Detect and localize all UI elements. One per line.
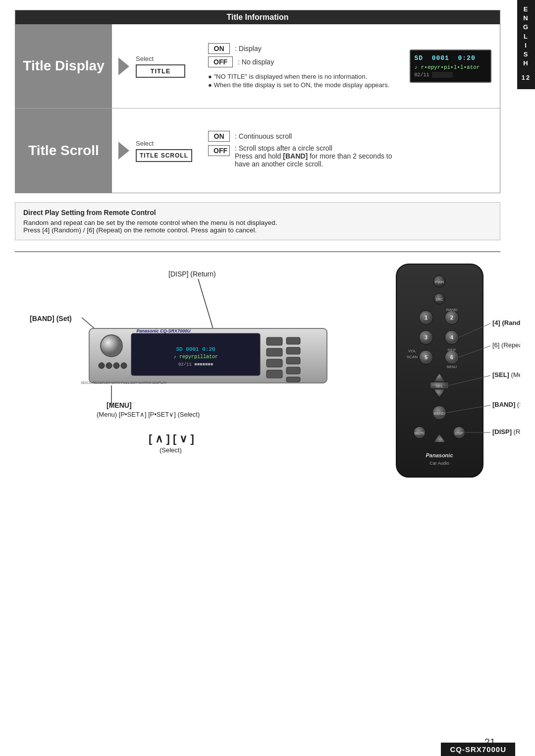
svg-text:[BAND] (Set): [BAND] (Set) [492, 401, 520, 408]
svg-text:SEL: SEL [435, 384, 443, 388]
svg-text:1: 1 [425, 315, 428, 321]
svg-text:[4] (Random): [4] (Random) [492, 319, 520, 326]
svg-text:[MENU]: [MENU] [107, 401, 132, 409]
title-display-note1: "NO TITLE" is displayed when there is no… [208, 73, 393, 80]
title-display-note2: When the title display is set to ON, the… [208, 81, 393, 89]
svg-point-6 [99, 363, 105, 369]
title-display-select-col: Select TITLE [136, 24, 200, 108]
title-display-off-desc: : No display [238, 58, 274, 66]
svg-text:BAND: BAND [434, 411, 445, 416]
title-display-label-box: Title Display [15, 24, 112, 108]
svg-text:02/11 ■■■■■■■: 02/11 ■■■■■■■ [178, 362, 213, 367]
svg-text:[ ∧ ] [ ∨ ]: [ ∧ ] [ ∨ ] [149, 432, 194, 445]
title-scroll-row: Title Scroll Select TITLE SCROLL ON : Co… [15, 108, 500, 193]
title-scroll-off-box: OFF [208, 145, 230, 156]
display-mockup: SD 0001 0:20 ♪ r•epyr•pi•l•l•ator 02/11 … [410, 50, 491, 83]
title-scroll-select-box: TITLE SCROLL [136, 149, 192, 162]
svg-point-5 [101, 335, 122, 357]
title-scroll-on-row: ON : Continuous scroll [208, 131, 393, 142]
title-display-arrow [112, 24, 136, 108]
svg-text:SD  0001  0:20: SD 0001 0:20 [176, 346, 215, 352]
svg-point-9 [121, 363, 127, 369]
main-content: Title Information Title Display Select T… [0, 0, 515, 596]
svg-text:Panasonic: Panasonic [426, 452, 453, 458]
title-scroll-select-label: Select [136, 140, 154, 147]
title-display-notes: "NO TITLE" is displayed when there is no… [208, 73, 393, 90]
svg-text:PWR: PWR [435, 280, 444, 284]
svg-text:MENU: MENU [447, 365, 457, 369]
svg-rect-23 [286, 377, 300, 382]
title-display-options: ON : Display OFF : No display "NO TITLE"… [200, 24, 401, 108]
svg-text:(Menu)  [P•SET∧] [P•SET∨] (Sel: (Menu) [P•SET∧] [P•SET∨] (Select) [97, 411, 200, 418]
title-display-row: Title Display Select TITLE ON : Display … [15, 24, 500, 108]
title-display-on-row: ON : Display [208, 43, 393, 54]
display-line3: 02/11 ░░░░░░░ [415, 71, 486, 79]
title-display-off-box: OFF [208, 56, 233, 67]
title-info-header: Title Information [15, 10, 500, 24]
title-scroll-off-desc-block: : Scroll stops after a circle scroll Pre… [235, 144, 393, 168]
svg-text:2: 2 [450, 315, 453, 321]
display-mockup-col: SD 0001 0:20 ♪ r•epyr•pi•l•l•ator 02/11 … [401, 24, 500, 108]
section-divider [15, 251, 500, 252]
title-display-select-box: TITLE [136, 64, 185, 78]
direct-play-line1: Random and repeat can be set by the remo… [23, 219, 492, 226]
svg-text:VOL: VOL [408, 349, 417, 353]
svg-text:3: 3 [425, 334, 428, 340]
stereo-svg-diagram: [BAND] (Set) [DISP] (Return) [25, 259, 372, 556]
display-line1: SD 0001 0:20 [415, 54, 486, 63]
title-scroll-select-col: Select TITLE SCROLL [136, 108, 200, 193]
svg-text:[SEL] (Menu): [SEL] (Menu) [492, 371, 520, 378]
svg-rect-18 [267, 370, 282, 378]
svg-text:SCAN: SCAN [407, 355, 418, 359]
direct-play-title: Direct Play Setting from Remote Control [23, 209, 492, 216]
svg-text:[6] (Repeat): [6] (Repeat) [492, 341, 520, 349]
display-line2: ♪ r•epyr•pi•l•l•ator [415, 63, 486, 72]
svg-rect-15 [267, 337, 282, 345]
direct-play-line2: Press [4] (Random) / [6] (Repeat) on the… [23, 226, 492, 234]
arrow-right-icon [118, 57, 129, 75]
product-name-bar: CQ-SRX7000U [441, 743, 515, 756]
direct-play-box: Direct Play Setting from Remote Control … [15, 202, 500, 240]
title-info-body: Title Display Select TITLE ON : Display … [15, 24, 500, 193]
svg-rect-16 [267, 348, 282, 356]
title-display-on-desc: : Display [235, 45, 262, 53]
arrow-right-icon-2 [118, 142, 129, 160]
language-number: 12 [522, 74, 531, 81]
svg-point-7 [106, 363, 112, 369]
remote-section: PWR SRC 1 2 RAND 3 [372, 259, 510, 528]
title-scroll-off-row: OFF : Scroll stops after a circle scroll… [208, 144, 393, 168]
left-diagram: [BAND] (Set) [DISP] (Return) [25, 259, 372, 556]
title-display-label: Title Display [23, 58, 104, 74]
svg-text:4: 4 [450, 334, 454, 340]
svg-rect-21 [286, 357, 300, 364]
svg-text:[DISP] (Return): [DISP] (Return) [168, 270, 216, 278]
svg-rect-19 [286, 337, 300, 344]
title-scroll-img-placeholder [401, 108, 500, 193]
title-scroll-label-box: Title Scroll [15, 108, 112, 193]
title-scroll-note: Press and hold [BAND] for more than 2 se… [235, 152, 392, 168]
svg-line-3 [198, 279, 213, 328]
svg-text:Panasonic  CQ-SRX7000U: Panasonic CQ-SRX7000U [136, 328, 191, 333]
title-display-select-label: Select [136, 55, 154, 62]
svg-text:MUTE: MUTE [415, 432, 425, 435]
title-scroll-on-box: ON [208, 131, 230, 142]
svg-text:REP: REP [448, 348, 456, 352]
svg-rect-20 [286, 347, 300, 354]
svg-text:SD/CD RECEIVER WITH FULL DOT M: SD/CD RECEIVER WITH FULL DOT MATRIX DISP… [81, 381, 167, 384]
svg-text:[BAND] (Set): [BAND] (Set) [30, 315, 72, 323]
bottom-controls-area: [BAND] (Set) [DISP] (Return) [15, 259, 500, 586]
title-scroll-arrow [112, 108, 136, 193]
svg-text:DISP: DISP [455, 432, 464, 435]
svg-text:6: 6 [450, 354, 453, 360]
title-scroll-on-desc: : Continuous scroll [235, 132, 292, 140]
svg-rect-17 [267, 359, 282, 367]
svg-text:[DISP] (Return): [DISP] (Return) [492, 428, 520, 435]
title-display-off-row: OFF : No display [208, 56, 393, 67]
svg-text:(Select): (Select) [160, 446, 182, 454]
title-scroll-label: Title Scroll [28, 143, 99, 159]
title-scroll-options: ON : Continuous scroll OFF : Scroll stop… [200, 108, 401, 193]
svg-text:♪ repyrpillator: ♪ repyrpillator [173, 354, 218, 360]
title-scroll-off-desc: : Scroll stops after a circle scroll [235, 144, 332, 152]
language-letters: E N G L I S H [523, 5, 529, 68]
svg-text:Car Audio: Car Audio [429, 461, 449, 466]
